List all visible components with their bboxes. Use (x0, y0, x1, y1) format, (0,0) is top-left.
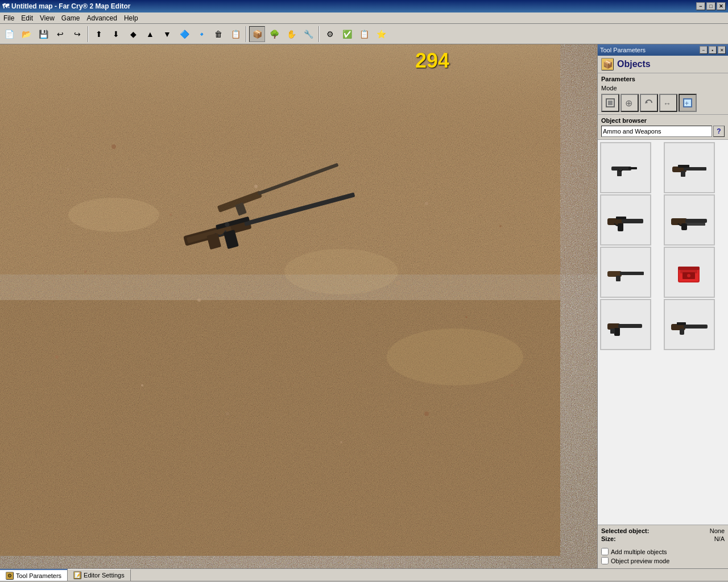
object-item-2[interactable] (664, 142, 715, 193)
svg-point-6 (169, 214, 172, 216)
tool-vegetation[interactable]: 🌳 (266, 26, 282, 42)
mode-scale-btn[interactable]: ↔ (659, 94, 677, 112)
tab-tool-params[interactable]: ⚙ Tool Parameters (0, 569, 68, 581)
object-item-1[interactable] (600, 142, 651, 193)
objects-icon: 📦 (601, 58, 614, 70)
svg-point-14 (396, 281, 400, 285)
bottom-tabs: ⚙ Tool Parameters 📝 Editor Settings (0, 568, 728, 581)
svg-rect-0 (0, 44, 560, 556)
minimize-button[interactable]: − (696, 2, 705, 10)
panel-close-button[interactable]: ✕ (718, 46, 726, 54)
svg-point-3 (27, 128, 30, 131)
tool-smooth[interactable]: ◆ (125, 26, 141, 42)
menu-advanced[interactable]: Advanced (84, 13, 121, 23)
tool-peak[interactable]: ▲ (142, 26, 158, 42)
ground-svg (0, 44, 597, 568)
svg-rect-28 (216, 217, 250, 230)
selected-row-size: Size: N/A (601, 535, 725, 542)
add-multiple-checkbox[interactable] (601, 548, 609, 555)
mode-move-btn[interactable]: ⊕ (621, 94, 639, 112)
tool-clipboard[interactable]: 📋 (356, 26, 372, 42)
tool-settings[interactable]: 🔧 (300, 26, 316, 42)
objects-header: 📦 Objects (598, 56, 728, 73)
svg-rect-27 (244, 192, 355, 226)
titlebar-controls: − □ ✕ (696, 2, 726, 10)
tool-bookmark[interactable]: ⭐ (373, 26, 389, 42)
mode-rotate-btn[interactable] (640, 94, 658, 112)
preview-mode-checkbox[interactable] (601, 557, 609, 564)
panel-controls: − ▪ ✕ (700, 46, 726, 54)
svg-point-23 (284, 249, 398, 294)
right-panel: Tool Parameters − ▪ ✕ 📦 Objects Paramete… (597, 44, 728, 568)
menu-edit[interactable]: Edit (18, 13, 36, 23)
object-item-7[interactable] (600, 299, 651, 350)
tool-valley[interactable]: ▼ (159, 26, 175, 42)
toolbar: 📄 📂 💾 ↩ ↪ ⬆ ⬇ ◆ ▲ ▼ 🔷 🔹 🗑 📋 📦 🌳 ✋ 🔧 ⚙ ✅ … (0, 24, 728, 44)
tool-erode[interactable]: 🗑 (210, 26, 226, 42)
svg-point-11 (84, 271, 86, 273)
menu-help[interactable]: Help (121, 13, 142, 23)
svg-rect-36 (608, 101, 613, 105)
close-button[interactable]: ✕ (717, 2, 726, 10)
panel-minimize-button[interactable]: − (700, 46, 708, 54)
tool-validate[interactable]: ✅ (339, 26, 355, 42)
svg-rect-32 (217, 190, 262, 213)
tool-objects[interactable]: 📦 (249, 26, 265, 42)
tool-render[interactable]: ⚙ (322, 26, 338, 42)
tool-save[interactable]: 💾 (35, 26, 51, 42)
tab-editor-settings[interactable]: 📝 Editor Settings (68, 569, 131, 581)
titlebar-left: 🗺 Untitled map - Far Cry® 2 Map Editor (2, 2, 131, 10)
objects-grid[interactable] (598, 140, 728, 525)
svg-point-7 (254, 185, 258, 188)
checkboxes-section: Add multiple objects Object preview mode (598, 546, 728, 568)
mode-select-btn[interactable] (601, 94, 619, 112)
object-item-4[interactable] (664, 194, 715, 246)
category-dropdown[interactable]: Ammo and Weapons Buildings Vehicles Char… (601, 126, 712, 137)
browser-help-button[interactable]: ? (713, 126, 725, 137)
svg-rect-43 (628, 167, 637, 169)
object-item-5[interactable] (600, 247, 651, 298)
panel-float-button[interactable]: ▪ (709, 46, 717, 54)
svg-rect-59 (616, 276, 621, 281)
svg-rect-30 (224, 230, 239, 249)
mode-place-btn[interactable]: + (679, 94, 697, 112)
tool-new[interactable]: 📄 (1, 26, 17, 42)
selected-section: Selected object: None Size: N/A (598, 525, 728, 546)
mode-label: Mode (601, 85, 725, 92)
object-item-6[interactable] (664, 247, 715, 298)
tool-open[interactable]: 📂 (18, 26, 34, 42)
svg-point-18 (226, 412, 229, 415)
tool-flatten[interactable]: 📋 (228, 26, 243, 42)
svg-rect-1 (0, 300, 560, 556)
scene-weapon-svg (183, 189, 359, 260)
svg-text:⊕: ⊕ (625, 98, 632, 108)
titlebar-title: Untitled map - Far Cry® 2 Map Editor (11, 2, 131, 10)
svg-rect-67 (618, 324, 642, 328)
preview-mode-row: Object preview mode (601, 557, 725, 564)
tool-undo[interactable]: ↩ (52, 26, 68, 42)
tool-redo[interactable]: ↪ (69, 26, 85, 42)
svg-rect-54 (685, 219, 707, 223)
svg-point-17 (141, 384, 143, 386)
tool-move[interactable]: ✋ (283, 26, 299, 42)
viewport[interactable]: 294 (0, 44, 597, 568)
svg-point-15 (465, 316, 468, 318)
object-item-8[interactable] (664, 299, 715, 350)
menu-game[interactable]: Game (58, 13, 84, 23)
svg-point-10 (499, 225, 502, 227)
object-item-3[interactable] (600, 194, 651, 246)
selected-object-value: None (710, 527, 725, 534)
add-multiple-label[interactable]: Add multiple objects (611, 548, 667, 555)
tab-editor-settings-label: Editor Settings (84, 572, 125, 579)
maximize-button[interactable]: □ (706, 2, 715, 10)
tool-paint1[interactable]: 🔷 (176, 26, 192, 42)
tool-lower[interactable]: ⬇ (108, 26, 124, 42)
tool-raise[interactable]: ⬆ (91, 26, 107, 42)
svg-text:+: + (685, 99, 689, 107)
menu-view[interactable]: View (36, 13, 58, 23)
tool-paint2[interactable]: 🔹 (193, 26, 209, 42)
browser-label: Object browser (601, 117, 725, 124)
menu-file[interactable]: File (0, 13, 18, 23)
objects-grid-inner (599, 141, 727, 351)
preview-mode-label[interactable]: Object preview mode (611, 558, 669, 564)
